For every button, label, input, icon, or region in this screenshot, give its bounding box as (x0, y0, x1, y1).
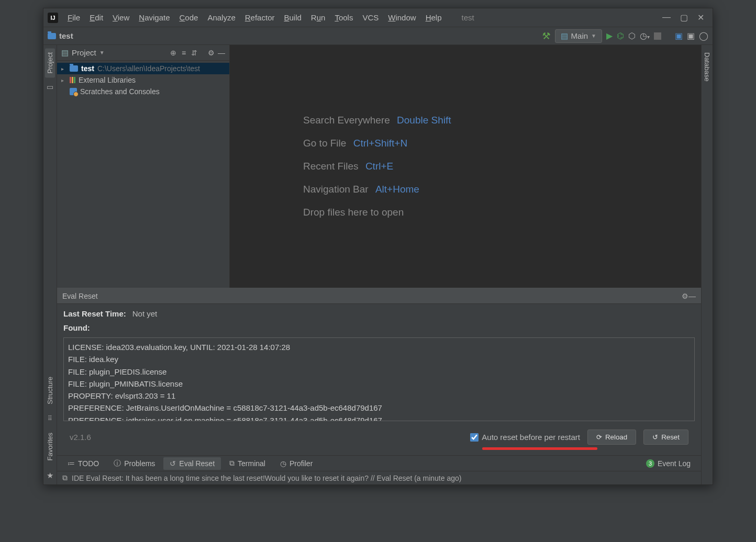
project-panel-header: ▤ Project ▼ ⊕ ≡ ⇵ ⚙ — (57, 45, 229, 61)
eval-panel-body: Last Reset Time: Not yet Found: LICENSE:… (57, 304, 701, 455)
menu-view[interactable]: View (108, 11, 134, 24)
menu-build[interactable]: Build (280, 11, 305, 24)
found-line: PROPERTY: evlsprt3.203 = 11 (68, 390, 690, 402)
menu-help[interactable]: Help (421, 11, 446, 24)
expand-icon[interactable]: ≡ (180, 49, 187, 57)
found-line: FILE: idea.key (68, 353, 690, 365)
tree-scratches-label: Scratches and Consoles (80, 87, 160, 96)
hint-navigation-bar: Navigation Bar Alt+Home (303, 184, 419, 195)
tree-root[interactable]: ▸ test C:\Users\allen\IdeaProjects\test (57, 63, 229, 74)
close-button[interactable]: ✕ (697, 13, 704, 22)
menu-analyze[interactable]: Analyze (203, 11, 239, 24)
tab-database[interactable]: Database (702, 48, 712, 86)
run-config-label: Main (571, 31, 588, 40)
auto-reset-input[interactable] (470, 433, 479, 442)
bookmark-icon[interactable]: ▭ (47, 83, 53, 91)
menu-run[interactable]: Run (307, 11, 330, 24)
titlebar: IJ File Edit View Navigate Code Analyze … (43, 8, 713, 27)
maximize-button[interactable]: ▢ (680, 13, 688, 22)
hide-icon[interactable]: — (218, 49, 225, 57)
main-menu: File Edit View Navigate Code Analyze Ref… (63, 11, 446, 24)
chevron-down-icon: ▼ (99, 50, 105, 55)
status-icon[interactable]: ⧉ (62, 473, 68, 482)
favorites-icon: ★ (47, 471, 53, 480)
stop-icon[interactable] (654, 32, 661, 40)
project-tree[interactable]: ▸ test C:\Users\allen\IdeaProjects\test … (57, 61, 229, 288)
todo-icon: ≔ (68, 459, 75, 468)
tab-profiler[interactable]: ◷Profiler (274, 457, 319, 470)
run-config-selector[interactable]: ▤ Main ▼ (555, 29, 602, 43)
breadcrumb[interactable]: test (48, 31, 73, 40)
ide-update-icon[interactable]: ▣ (675, 31, 683, 41)
gear-icon[interactable]: ⚙ (681, 292, 688, 300)
menu-refactor[interactable]: Refactor (241, 11, 279, 24)
window-controls: — ▢ ✕ (658, 13, 708, 22)
minimize-button[interactable]: — (662, 13, 671, 22)
profiler-icon[interactable]: ◷▾ (640, 31, 650, 41)
problems-icon: ⓘ (114, 459, 121, 468)
tree-external-libs[interactable]: ▸ External Libraries (57, 74, 229, 86)
found-line: FILE: plugin_PMINBATIS.license (68, 378, 690, 390)
project-view-icon: ▤ (61, 48, 69, 58)
hint-recent-files: Recent Files Ctrl+E (303, 161, 393, 172)
tab-todo[interactable]: ≔TODO (61, 457, 105, 470)
folder-icon (48, 33, 56, 39)
ide-window: IJ File Edit View Navigate Code Analyze … (43, 8, 713, 485)
statusbar: ⧉ IDE Eval Reset: It has been a long tim… (57, 471, 701, 484)
eval-version: v2.1.6 (70, 433, 463, 442)
menu-vcs[interactable]: VCS (358, 11, 383, 24)
tab-structure[interactable]: Structure (45, 372, 55, 409)
tab-favorites[interactable]: Favorites (45, 428, 55, 465)
tree-scratches[interactable]: Scratches and Consoles (57, 86, 229, 97)
left-tool-strip: Project ▭ Structure ⠿ Favorites ★ (43, 45, 57, 484)
menu-file[interactable]: File (63, 11, 84, 24)
found-line: LICENSE: idea203.evaluation.key, UNTIL: … (68, 341, 690, 353)
debug-icon[interactable]: ⌬ (617, 31, 624, 41)
reset-button[interactable]: ↺ Reset (643, 430, 688, 445)
found-line: FILE: plugin_PIEDIS.license (68, 366, 690, 378)
chevron-right-icon[interactable]: ▸ (61, 66, 66, 72)
misc-icon[interactable]: ▣ (687, 31, 695, 41)
menu-window[interactable]: Window (384, 11, 420, 24)
search-icon[interactable]: ◯ (699, 31, 708, 41)
tab-terminal[interactable]: ⧉Terminal (223, 457, 272, 470)
profiler-icon: ◷ (280, 459, 286, 468)
menu-navigate[interactable]: Navigate (135, 11, 174, 24)
scratch-icon (70, 88, 77, 95)
project-view-selector[interactable]: ▤ Project ▼ (61, 48, 166, 58)
run-toolbar: ⚒ ▤ Main ▼ ▶ ⌬ ⬡ ◷▾ ▣ ▣ ◯ (542, 29, 708, 43)
reload-button[interactable]: ⟳ Reload (587, 430, 636, 445)
tab-project[interactable]: Project (45, 48, 55, 77)
highlight-underline (482, 447, 597, 450)
work-area: ▤ Project ▼ ⊕ ≡ ⇵ ⚙ — ▸ (57, 45, 701, 288)
eval-panel-title: Eval Reset (62, 292, 681, 300)
auto-reset-checkbox[interactable]: Auto reset before per restart (470, 433, 580, 442)
right-tool-strip: Database (701, 45, 713, 484)
last-reset-value: Not yet (132, 309, 158, 318)
locate-icon[interactable]: ⊕ (170, 49, 177, 57)
coverage-icon[interactable]: ⬡ (628, 31, 636, 41)
library-icon (70, 77, 75, 83)
build-icon[interactable]: ⚒ (542, 30, 551, 42)
hint-go-to-file: Go to File Ctrl+Shift+N (303, 138, 407, 149)
status-message: IDE Eval Reset: It has been a long time … (72, 474, 461, 482)
run-icon[interactable]: ▶ (606, 31, 613, 41)
menu-edit[interactable]: Edit (85, 11, 107, 24)
structure-icon: ⠿ (48, 415, 52, 422)
reload-icon: ⟳ (596, 433, 602, 441)
folder-icon (70, 65, 78, 72)
menu-code[interactable]: Code (175, 11, 203, 24)
chevron-right-icon[interactable]: ▸ (61, 77, 66, 83)
event-count-badge: 3 (646, 459, 654, 468)
gear-icon[interactable]: ⚙ (207, 49, 215, 57)
found-list[interactable]: LICENSE: idea203.evaluation.key, UNTIL: … (63, 337, 695, 421)
tab-event-log[interactable]: 3 Event Log (640, 457, 697, 470)
tab-eval-reset[interactable]: ↺Eval Reset (163, 457, 221, 470)
tab-problems[interactable]: ⓘProblems (107, 457, 161, 470)
hide-icon[interactable]: — (688, 292, 696, 300)
editor-empty-state[interactable]: Search Everywhere Double Shift Go to Fil… (230, 45, 701, 288)
menu-tools[interactable]: Tools (330, 11, 357, 24)
eval-footer: v2.1.6 Auto reset before per restart ⟳ R… (63, 426, 695, 450)
collapse-icon[interactable]: ⇵ (191, 49, 198, 57)
titlebar-project-name: test (462, 13, 474, 22)
